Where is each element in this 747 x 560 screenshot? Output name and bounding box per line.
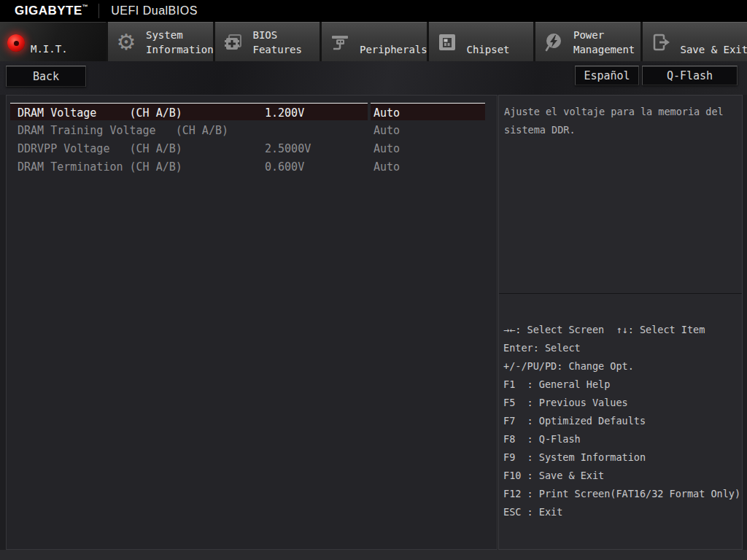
- tab-peripherals[interactable]: Peripherals: [322, 22, 427, 61]
- setting-name: DRAM Termination (CH A/B): [18, 160, 182, 174]
- tab-power-management-label: PowerManagement: [573, 28, 635, 57]
- setting-name: DRAM Voltage (CH A/B): [18, 106, 182, 120]
- top-bar: GIGABYTE™ UEFI DualBIOS: [0, 0, 747, 22]
- tab-system-information-label: SystemInformation: [146, 28, 214, 57]
- setting-row-dram-training-voltage[interactable]: DRAM Training Voltage (CH A/B) Auto: [7, 121, 497, 139]
- tab-save-exit-label: Save & Exit: [681, 28, 747, 57]
- setting-name: DDRVPP Voltage (CH A/B): [18, 142, 182, 155]
- legend-line: +/-/PU/PD: Change Opt.: [503, 357, 742, 376]
- tab-power-management[interactable]: PowerManagement: [535, 22, 640, 61]
- tab-system-information[interactable]: ⚙ SystemInformation: [108, 22, 213, 61]
- tab-chipset-label: Chipset: [467, 28, 510, 57]
- red-led-icon: [7, 34, 25, 52]
- language-button[interactable]: Español: [575, 66, 639, 85]
- peripheral-icon: [329, 31, 351, 53]
- setting-row-ddrvpp-voltage[interactable]: DDRVPP Voltage (CH A/B) 2.5000V Auto: [7, 139, 497, 157]
- legend-line: F10 : Save & Exit: [503, 467, 742, 485]
- exit-door-icon: [650, 31, 672, 53]
- settings-panel: DRAM Voltage (CH A/B) 1.200V Auto DRAM T…: [6, 95, 498, 550]
- sub-toolbar: Back Español Q-Flash: [0, 61, 747, 95]
- setting-current-voltage: 2.5000V: [265, 142, 311, 155]
- topbar-divider: [98, 4, 99, 18]
- legend-line: F5 : Previous Values: [503, 394, 742, 412]
- tab-peripherals-label: Peripherals: [360, 28, 427, 57]
- legend-line: F1 : General Help: [503, 376, 742, 394]
- tab-bar: M.I.T. ⚙ SystemInformation BIOSFeatures: [0, 22, 747, 61]
- setting-row-dram-voltage[interactable]: DRAM Voltage (CH A/B) 1.200V Auto: [7, 103, 497, 120]
- chip-plus-icon: [222, 31, 244, 53]
- bottom-strip: [0, 550, 747, 560]
- power-bolt-icon: [543, 31, 565, 53]
- legend-line: F12 : Print Screen(FAT16/32 Format Only): [503, 485, 742, 503]
- tab-chipset[interactable]: Chipset: [429, 22, 534, 61]
- info-panel: Ajuste el voltaje para la memoria del si…: [498, 95, 743, 550]
- settings-rows: DRAM Voltage (CH A/B) 1.200V Auto DRAM T…: [7, 96, 497, 175]
- tab-bios-features-label: BIOSFeatures: [253, 28, 302, 57]
- qflash-button[interactable]: Q-Flash: [642, 66, 738, 85]
- legend-line: ESC : Exit: [503, 503, 742, 521]
- gigabyte-logo: GIGABYTE™: [15, 4, 88, 18]
- gear-icon: ⚙: [115, 31, 137, 53]
- tab-save-exit[interactable]: Save & Exit: [643, 22, 747, 61]
- legend-line: F9 : System Information: [503, 448, 742, 467]
- setting-value: Auto: [374, 142, 400, 155]
- setting-name: DRAM Training Voltage (CH A/B): [18, 124, 228, 137]
- setting-value: Auto: [374, 160, 400, 174]
- legend-line: F7 : Optimized Defaults: [503, 412, 742, 430]
- legend-line: →←: Select Screen ↑↓: Select Item: [503, 321, 742, 339]
- key-legend: →←: Select Screen ↑↓: Select Item Enter:…: [499, 294, 742, 521]
- tab-bios-features[interactable]: BIOSFeatures: [215, 22, 320, 61]
- help-text: Ajuste el voltaje para la memoria del si…: [499, 96, 742, 294]
- setting-value: Auto: [374, 106, 400, 120]
- legend-line: Enter: Select: [503, 339, 742, 357]
- setting-current-voltage: 0.600V: [265, 160, 304, 174]
- tab-mit-label: M.I.T.: [31, 43, 68, 55]
- tab-mit[interactable]: M.I.T.: [0, 22, 106, 61]
- legend-line: F8 : Q-Flash: [503, 430, 742, 448]
- chipset-icon: [436, 31, 458, 53]
- setting-current-voltage: 1.200V: [265, 106, 304, 120]
- setting-value: Auto: [374, 124, 400, 137]
- setting-row-dram-termination[interactable]: DRAM Termination (CH A/B) 0.600V Auto: [7, 158, 497, 175]
- back-button[interactable]: Back: [6, 66, 86, 87]
- uefi-title: UEFI DualBIOS: [111, 4, 198, 18]
